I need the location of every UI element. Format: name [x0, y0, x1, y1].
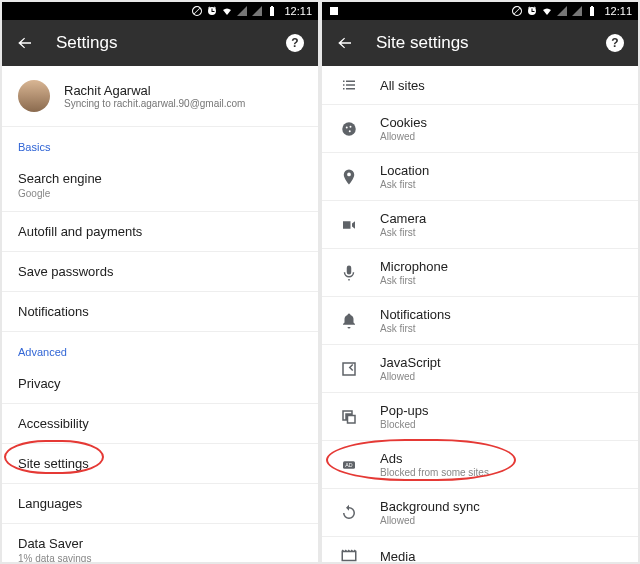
location-icon: [338, 168, 360, 186]
profile-name: Rachit Agarwal: [64, 83, 245, 98]
row-title: Autofill and payments: [18, 224, 302, 239]
settings-screen: 12:11 Settings ? Rachit Agarwal Syncing …: [2, 2, 318, 562]
row-title: Microphone: [380, 259, 448, 274]
section-advanced: Advanced: [2, 332, 318, 364]
row-title: Languages: [18, 496, 302, 511]
signal-icon: [571, 5, 583, 17]
back-icon[interactable]: [336, 34, 354, 52]
svg-point-2: [350, 125, 352, 127]
popup-icon: [338, 408, 360, 426]
search-engine-row[interactable]: Search engine Google: [2, 159, 318, 212]
row-title: Notifications: [18, 304, 302, 319]
row-title: Cookies: [380, 115, 427, 130]
list-icon: [338, 76, 360, 94]
all-sites-row[interactable]: All sites: [322, 66, 638, 105]
image-icon: [328, 5, 340, 17]
row-title: Camera: [380, 211, 426, 226]
app-bar-title: Settings: [56, 33, 117, 53]
row-sub: Ask first: [380, 323, 451, 334]
row-sub: Blocked from some sites: [380, 467, 489, 478]
status-time: 12:11: [284, 5, 312, 17]
wifi-icon: [221, 5, 233, 17]
cookie-icon: [338, 120, 360, 138]
battery-icon: [266, 5, 278, 17]
section-basics: Basics: [2, 127, 318, 159]
microphone-icon: [338, 264, 360, 282]
save-passwords-row[interactable]: Save passwords: [2, 252, 318, 292]
notifications-row[interactable]: NotificationsAsk first: [322, 297, 638, 345]
cookies-row[interactable]: CookiesAllowed: [322, 105, 638, 153]
alarm-icon: [206, 5, 218, 17]
row-title: Data Saver: [18, 536, 302, 551]
row-sub: 1% data savings: [18, 553, 302, 562]
accessibility-row[interactable]: Accessibility: [2, 404, 318, 444]
row-title: Location: [380, 163, 429, 178]
status-bar: 12:11: [2, 2, 318, 20]
javascript-row[interactable]: JavaScriptAllowed: [322, 345, 638, 393]
avatar: [18, 80, 50, 112]
row-title: Media: [380, 549, 415, 563]
svg-point-0: [342, 122, 356, 136]
languages-row[interactable]: Languages: [2, 484, 318, 524]
row-title: JavaScript: [380, 355, 441, 370]
status-time: 12:11: [604, 5, 632, 17]
popups-row[interactable]: Pop-upsBlocked: [322, 393, 638, 441]
microphone-row[interactable]: MicrophoneAsk first: [322, 249, 638, 297]
wifi-icon: [541, 5, 553, 17]
help-icon[interactable]: ?: [286, 34, 304, 52]
bell-icon: [338, 312, 360, 330]
settings-list: Rachit Agarwal Syncing to rachit.agarwal…: [2, 66, 318, 562]
row-title: Background sync: [380, 499, 480, 514]
row-sub: Ask first: [380, 275, 448, 286]
row-sub: Allowed: [380, 371, 441, 382]
app-bar: Site settings ?: [322, 20, 638, 66]
dnd-icon: [191, 5, 203, 17]
row-title: Privacy: [18, 376, 302, 391]
row-sub: Allowed: [380, 131, 427, 142]
camera-row[interactable]: CameraAsk first: [322, 201, 638, 249]
location-row[interactable]: LocationAsk first: [322, 153, 638, 201]
ads-icon: AD: [338, 456, 360, 474]
notifications-row[interactable]: Notifications: [2, 292, 318, 332]
row-title: Pop-ups: [380, 403, 428, 418]
row-sub: Blocked: [380, 419, 428, 430]
row-title: Search engine: [18, 171, 302, 186]
app-bar-title: Site settings: [376, 33, 469, 53]
profile-email: Syncing to rachit.agarwal.90@gmail.com: [64, 98, 245, 109]
background-sync-row[interactable]: Background syncAllowed: [322, 489, 638, 537]
alarm-icon: [526, 5, 538, 17]
svg-point-1: [346, 126, 348, 128]
site-settings-screen: 12:11 Site settings ? All sites CookiesA…: [322, 2, 638, 562]
svg-point-3: [349, 130, 351, 132]
row-title: Save passwords: [18, 264, 302, 279]
javascript-icon: [338, 360, 360, 378]
row-title: Notifications: [380, 307, 451, 322]
row-sub: Allowed: [380, 515, 480, 526]
row-sub: Ask first: [380, 179, 429, 190]
sync-icon: [338, 504, 360, 522]
media-icon: [338, 547, 360, 562]
help-icon[interactable]: ?: [606, 34, 624, 52]
profile-row[interactable]: Rachit Agarwal Syncing to rachit.agarwal…: [2, 66, 318, 127]
row-title: All sites: [380, 78, 425, 93]
site-settings-list: All sites CookiesAllowed LocationAsk fir…: [322, 66, 638, 562]
signal-icon: [236, 5, 248, 17]
autofill-row[interactable]: Autofill and payments: [2, 212, 318, 252]
site-settings-row[interactable]: Site settings: [2, 444, 318, 484]
ads-row[interactable]: AD AdsBlocked from some sites: [322, 441, 638, 489]
row-sub: Ask first: [380, 227, 426, 238]
media-row[interactable]: Media: [322, 537, 638, 562]
svg-text:AD: AD: [345, 462, 353, 468]
row-title: Site settings: [18, 456, 302, 471]
data-saver-row[interactable]: Data Saver 1% data savings: [2, 524, 318, 562]
back-icon[interactable]: [16, 34, 34, 52]
dnd-icon: [511, 5, 523, 17]
privacy-row[interactable]: Privacy: [2, 364, 318, 404]
status-bar: 12:11: [322, 2, 638, 20]
row-sub: Google: [18, 188, 302, 199]
signal-icon: [556, 5, 568, 17]
app-bar: Settings ?: [2, 20, 318, 66]
row-title: Accessibility: [18, 416, 302, 431]
signal-icon: [251, 5, 263, 17]
row-title: Ads: [380, 451, 489, 466]
